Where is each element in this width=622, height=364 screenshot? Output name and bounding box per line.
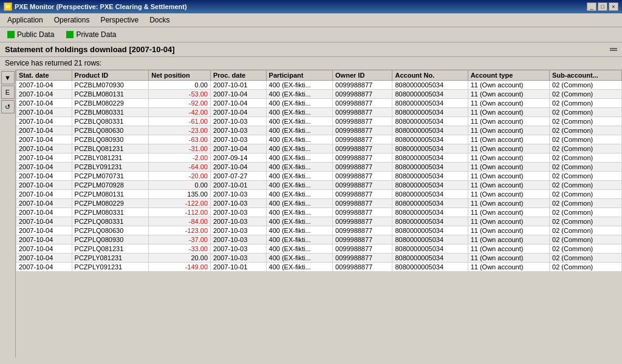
cell-r0-c5: 0099988877 — [333, 81, 392, 90]
cell-r14-c5: 0099988877 — [333, 208, 392, 217]
cell-r15-c3: 2007-10-03 — [211, 217, 267, 226]
cell-r11-c1: PCZPLM070928 — [72, 181, 149, 190]
table-row[interactable]: 2007-10-04PCZPLQ080331-84.002007-10-0340… — [16, 217, 622, 226]
cell-r11-c7: 11 (Own account) — [468, 181, 549, 190]
table-row[interactable]: 2007-10-04PCZPLQ080630-123.002007-10-034… — [16, 226, 622, 235]
cell-r17-c3: 2007-10-03 — [211, 235, 267, 244]
table-row[interactable]: 2007-10-04PCZPLM0709280.002007-10-01400 … — [16, 181, 622, 190]
cell-r4-c8: 02 (Common) — [550, 117, 622, 126]
col-net-position[interactable]: Net position — [149, 70, 211, 81]
cell-r10-c1: PCZPLM070731 — [72, 172, 149, 181]
cell-r17-c1: PCZPLQ080930 — [72, 235, 149, 244]
col-stat-date[interactable]: Stat. date — [16, 70, 72, 81]
table-row[interactable]: 2007-10-04PCZPLQ081231-33.002007-10-0340… — [16, 244, 622, 254]
cell-r15-c1: PCZPLQ080331 — [72, 217, 149, 226]
cell-r3-c2: -42.00 — [149, 108, 211, 117]
cell-r4-c0: 2007-10-04 — [16, 117, 72, 126]
col-account-no[interactable]: Account No. — [392, 70, 468, 81]
cell-r2-c7: 11 (Own account) — [468, 99, 549, 108]
table-row[interactable]: 2007-10-04PCZPLM070731-20.002007-07-2740… — [16, 172, 622, 181]
cell-r14-c1: PCZPLM080331 — [72, 208, 149, 217]
cell-r0-c4: 400 (EX-fikti... — [266, 81, 333, 90]
menu-docks[interactable]: Docks — [145, 15, 174, 25]
cell-r4-c5: 0099988877 — [333, 117, 392, 126]
public-data-button[interactable]: Public Data — [4, 29, 58, 40]
cell-r10-c6: 8080000005034 — [392, 172, 468, 181]
table-row[interactable]: 2007-10-04PCZBLM080131-53.002007-10-0440… — [16, 90, 622, 99]
cell-r11-c6: 8080000005034 — [392, 181, 468, 190]
col-account-type[interactable]: Account type — [468, 70, 549, 81]
table-row[interactable]: 2007-10-04PCZBLQ080630-23.002007-10-0340… — [16, 126, 622, 135]
cell-r1-c5: 0099988877 — [333, 90, 392, 99]
cell-r10-c0: 2007-10-04 — [16, 172, 72, 181]
cell-r9-c7: 11 (Own account) — [468, 163, 549, 172]
col-owner-id[interactable]: Owner ID — [333, 70, 392, 81]
cell-r1-c2: -53.00 — [149, 90, 211, 99]
cell-r6-c2: -63.00 — [149, 135, 211, 144]
export-button[interactable]: E — [1, 86, 15, 99]
refresh-button[interactable]: ↺ — [1, 100, 15, 113]
table-row[interactable]: 2007-10-04PCZBLQ081231-31.002007-10-0440… — [16, 144, 622, 153]
cell-r7-c0: 2007-10-04 — [16, 144, 72, 153]
col-proc-date[interactable]: Proc. date — [211, 70, 267, 81]
menu-operations[interactable]: Operations — [49, 15, 95, 25]
cell-r19-c7: 11 (Own account) — [468, 254, 549, 263]
col-sub-account[interactable]: Sub-account... — [550, 70, 622, 81]
data-table-wrapper[interactable]: Stat. date Product ID Net position Proc.… — [16, 70, 622, 357]
cell-r6-c7: 11 (Own account) — [468, 135, 549, 144]
cell-r9-c3: 2007-10-04 — [211, 163, 267, 172]
table-row[interactable]: 2007-10-04PCZBLY081231-2.002007-09-14400… — [16, 153, 622, 163]
cell-r15-c8: 02 (Common) — [550, 217, 622, 226]
cell-r12-c4: 400 (EX-fikti... — [266, 190, 333, 199]
cell-r11-c2: 0.00 — [149, 181, 211, 190]
cell-r13-c5: 0099988877 — [333, 199, 392, 208]
table-row[interactable]: 2007-10-04PCZBLY091231-64.002007-10-0440… — [16, 163, 622, 172]
cell-r12-c5: 0099988877 — [333, 190, 392, 199]
cell-r11-c3: 2007-10-01 — [211, 181, 267, 190]
table-row[interactable]: 2007-10-04PCZPLM080229-122.002007-10-034… — [16, 199, 622, 208]
menu-perspective[interactable]: Perspective — [95, 15, 143, 25]
cell-r10-c2: -20.00 — [149, 172, 211, 181]
table-row[interactable]: 2007-10-04PCZBLM080229-92.002007-10-0440… — [16, 99, 622, 108]
maximize-button[interactable]: □ — [598, 2, 607, 11]
cell-r19-c3: 2007-10-03 — [211, 254, 267, 263]
cell-r3-c6: 8080000005034 — [392, 108, 468, 117]
cell-r4-c7: 11 (Own account) — [468, 117, 549, 126]
private-data-button[interactable]: Private Data — [63, 29, 120, 40]
cell-r8-c6: 8080000005034 — [392, 153, 468, 163]
cell-r18-c8: 02 (Common) — [550, 244, 622, 254]
cell-r13-c6: 8080000005034 — [392, 199, 468, 208]
cell-r20-c8: 02 (Common) — [550, 263, 622, 272]
close-button[interactable]: × — [609, 2, 618, 11]
cell-r20-c3: 2007-10-01 — [211, 263, 267, 272]
col-participant[interactable]: Participant — [266, 70, 333, 81]
cell-r19-c1: PCZPLY081231 — [72, 254, 149, 263]
cell-r9-c8: 02 (Common) — [550, 163, 622, 172]
table-row[interactable]: 2007-10-04PCZBLM0709300.002007-10-01400 … — [16, 81, 622, 90]
minimize-button[interactable]: _ — [587, 2, 596, 11]
table-row[interactable]: 2007-10-04PCZPLM080331-112.002007-10-034… — [16, 208, 622, 217]
table-row[interactable]: 2007-10-04PCZBLM080331-42.002007-10-0440… — [16, 108, 622, 117]
header-icon-line-1 — [610, 48, 617, 49]
cell-r4-c6: 8080000005034 — [392, 117, 468, 126]
cell-r7-c1: PCZBLQ081231 — [72, 144, 149, 153]
filter-button[interactable]: ▼ — [1, 71, 15, 84]
cell-r3-c4: 400 (EX-fikti... — [266, 108, 333, 117]
table-row[interactable]: 2007-10-04PCZPLQ080930-37.002007-10-0340… — [16, 235, 622, 244]
cell-r19-c2: 20.00 — [149, 254, 211, 263]
cell-r12-c1: PCZPLM080131 — [72, 190, 149, 199]
cell-r13-c0: 2007-10-04 — [16, 199, 72, 208]
menu-application[interactable]: Application — [2, 15, 48, 25]
table-row[interactable]: 2007-10-04PCZPLY08123120.002007-10-03400… — [16, 254, 622, 263]
private-data-icon — [66, 31, 73, 38]
table-row[interactable]: 2007-10-04PCZPLY091231-149.002007-10-014… — [16, 263, 622, 272]
cell-r5-c3: 2007-10-03 — [211, 126, 267, 135]
table-row[interactable]: 2007-10-04PCZBLQ080331-61.002007-10-0340… — [16, 117, 622, 126]
col-product-id[interactable]: Product ID — [72, 70, 149, 81]
cell-r16-c4: 400 (EX-fikti... — [266, 226, 333, 235]
cell-r14-c2: -112.00 — [149, 208, 211, 217]
table-row[interactable]: 2007-10-04PCZBLQ080930-63.002007-10-0340… — [16, 135, 622, 144]
window-controls: _ □ × — [587, 2, 618, 11]
cell-r1-c1: PCZBLM080131 — [72, 90, 149, 99]
table-row[interactable]: 2007-10-04PCZPLM080131135.002007-10-0340… — [16, 190, 622, 199]
